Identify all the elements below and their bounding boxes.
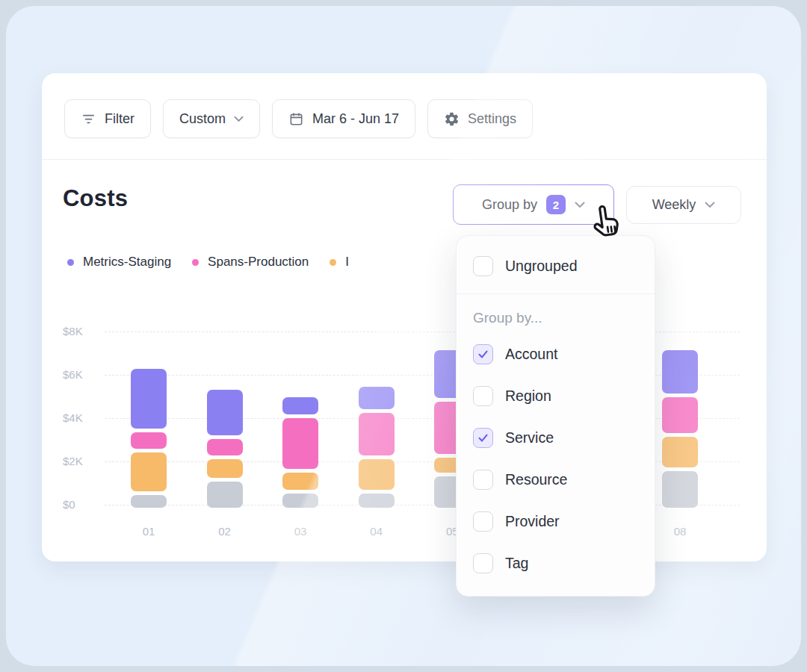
checkbox[interactable] xyxy=(473,511,493,532)
y-axis-label: $8K xyxy=(63,324,99,339)
checkbox[interactable] xyxy=(473,553,493,573)
dropdown-option-label: Resource xyxy=(505,471,567,488)
bar-segment[interactable] xyxy=(662,397,698,433)
bar-segment[interactable] xyxy=(131,452,167,491)
legend-dot-icon xyxy=(67,259,74,266)
bar-segment[interactable] xyxy=(131,432,167,449)
y-axis-label: $6K xyxy=(63,367,99,382)
bar-segment[interactable] xyxy=(282,494,318,508)
date-range-label: Mar 6 - Jun 17 xyxy=(312,111,399,127)
dropdown-option-label: Ungrouped xyxy=(505,258,578,275)
x-axis-label: 02 xyxy=(202,524,247,539)
custom-dropdown-label: Custom xyxy=(179,111,226,127)
bar-segment[interactable] xyxy=(662,437,698,467)
group-by-button[interactable]: Group by 2 xyxy=(453,184,614,225)
calendar-icon xyxy=(288,111,304,127)
bar-segment[interactable] xyxy=(282,473,318,490)
page-title: Costs xyxy=(63,185,128,212)
interval-dropdown-button[interactable]: Weekly xyxy=(626,186,741,224)
bar-segment[interactable] xyxy=(282,418,318,469)
dropdown-divider xyxy=(457,293,655,294)
bar-segment[interactable] xyxy=(207,439,243,455)
dropdown-option-service[interactable]: Service xyxy=(457,417,655,458)
date-range-button[interactable]: Mar 6 - Jun 17 xyxy=(272,99,415,138)
bar-segment[interactable] xyxy=(131,495,167,508)
x-axis-label: 01 xyxy=(126,524,171,539)
checkbox[interactable] xyxy=(473,344,493,364)
legend-label: Metrics-Staging xyxy=(83,255,171,270)
bar-segment[interactable] xyxy=(359,494,395,508)
legend-label: Spans-Production xyxy=(208,255,309,270)
dropdown-section-label: Group by... xyxy=(473,309,638,327)
y-axis-label: $4K xyxy=(63,411,99,426)
dropdown-option-region[interactable]: Region xyxy=(457,375,655,417)
y-axis-label: $0 xyxy=(63,497,99,512)
legend-item[interactable]: Metrics-Staging xyxy=(67,255,171,270)
bar-segment[interactable] xyxy=(207,390,243,435)
chevron-down-icon xyxy=(234,116,244,122)
dropdown-option-label: Account xyxy=(505,346,557,363)
chart-plot: $8K$6K$4K$2K$00102030405060708 xyxy=(42,73,767,561)
bar-segment[interactable] xyxy=(282,397,318,414)
legend-dot-icon xyxy=(330,259,336,266)
checkbox[interactable] xyxy=(473,470,493,490)
bar-segment[interactable] xyxy=(662,350,698,393)
x-axis-label: 08 xyxy=(658,524,702,539)
settings-button[interactable]: Settings xyxy=(427,99,533,138)
bar-segment[interactable] xyxy=(359,387,395,409)
filter-icon xyxy=(81,111,96,127)
chevron-down-icon xyxy=(575,202,585,208)
dropdown-option-resource[interactable]: Resource xyxy=(457,458,655,500)
custom-dropdown-button[interactable]: Custom xyxy=(163,99,260,138)
x-axis-label: 03 xyxy=(278,524,323,539)
gear-icon xyxy=(444,111,460,127)
x-axis-label: 04 xyxy=(354,524,399,539)
costs-card: Filter Custom Mar 6 - Jun 17 Settings Co… xyxy=(42,73,767,561)
legend-label: I xyxy=(345,255,349,270)
chevron-down-icon xyxy=(705,202,715,208)
checkbox[interactable] xyxy=(473,386,493,406)
groupby-options: AccountRegionServiceResourceProviderTag xyxy=(457,333,655,584)
y-axis-label: $2K xyxy=(63,454,99,469)
interval-label: Weekly xyxy=(652,197,696,213)
toolbar-divider xyxy=(42,159,767,160)
group-by-label: Group by xyxy=(482,197,537,213)
dropdown-option-label: Region xyxy=(505,388,551,405)
bar-segment[interactable] xyxy=(207,482,243,508)
dropdown-option-account[interactable]: Account xyxy=(457,333,655,375)
checkbox[interactable] xyxy=(473,256,493,276)
settings-button-label: Settings xyxy=(468,111,516,127)
check-icon xyxy=(477,348,489,361)
bar-segment[interactable] xyxy=(131,369,167,429)
toolbar: Filter Custom Mar 6 - Jun 17 Settings xyxy=(64,99,533,138)
bar-segment[interactable] xyxy=(207,459,243,478)
dropdown-option-ungrouped[interactable]: Ungrouped xyxy=(457,236,655,293)
legend-dot-icon xyxy=(192,259,199,266)
dropdown-option-tag[interactable]: Tag xyxy=(457,542,655,584)
group-by-dropdown-menu: Ungrouped Group by... AccountRegionServi… xyxy=(456,235,655,597)
filter-button-label: Filter xyxy=(105,111,134,127)
legend-item[interactable]: I xyxy=(330,255,349,270)
bar-segment[interactable] xyxy=(359,413,395,455)
filter-button[interactable]: Filter xyxy=(64,99,151,138)
dropdown-option-label: Tag xyxy=(505,555,528,572)
legend-item[interactable]: Spans-Production xyxy=(192,255,309,270)
chart-legend: Metrics-StagingSpans-ProductionI xyxy=(67,255,349,270)
group-by-count-badge: 2 xyxy=(546,195,566,214)
dropdown-option-label: Provider xyxy=(505,513,560,530)
dropdown-option-label: Service xyxy=(505,429,554,447)
check-icon xyxy=(477,432,489,444)
checkbox[interactable] xyxy=(473,428,493,448)
dropdown-option-provider[interactable]: Provider xyxy=(457,500,655,542)
bar-segment[interactable] xyxy=(359,459,395,490)
bar-segment[interactable] xyxy=(662,471,698,508)
